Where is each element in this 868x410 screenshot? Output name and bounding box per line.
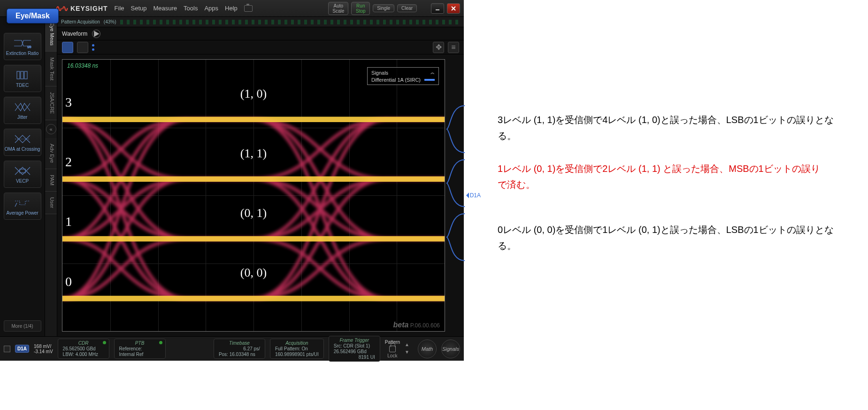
tool-label: Jitter — [17, 115, 28, 120]
waveform-title: Waveform — [62, 31, 87, 37]
d1a-chip[interactable]: D1A — [15, 345, 29, 353]
menu-file[interactable]: File — [115, 5, 124, 12]
tool-oma-crossing[interactable]: OMA at Crossing — [4, 129, 41, 156]
tool-label: Average Power — [6, 210, 38, 216]
menu-hamburger-button[interactable]: ≡ — [448, 42, 459, 53]
tab-mask-test[interactable]: Mask Test — [45, 52, 57, 86]
channel-scale-value: 168 mV/ -3.14 mV — [34, 344, 53, 354]
play-button[interactable] — [92, 30, 100, 38]
annotation-text-3: 0レベル (0, 0)を受信側で1レベル (0, 1)と誤った場合、LSBの1ビ… — [498, 222, 845, 254]
group-line: Internal Ref — [119, 352, 161, 357]
pattern-lock[interactable]: Pattern Lock — [385, 340, 400, 358]
tool-label: OMA at Crossing — [5, 147, 40, 152]
group-line: Reference: — [119, 346, 161, 351]
eye-diagram-plot[interactable]: 16.03348 ns Signals ︽ Differential 1A (S… — [62, 59, 445, 332]
lock-label: Lock — [387, 353, 397, 358]
group-line: 26.562496 GBd — [334, 349, 375, 354]
tab-pam[interactable]: PAM — [45, 169, 57, 192]
up-arrow-button[interactable]: ▲ — [405, 342, 413, 348]
run-stop-button[interactable]: Run Stop — [351, 2, 370, 15]
pattern-pct: (43%) — [104, 19, 116, 24]
auto-scale-button[interactable]: Auto Scale — [328, 2, 348, 15]
svg-rect-8 — [20, 169, 25, 173]
brand-text: KEYSIGHT — [70, 5, 108, 12]
tool-extinction-ratio[interactable]: 1/0 Extinction Ratio — [4, 33, 41, 60]
svg-marker-9 — [94, 31, 99, 37]
tool-label: VECP — [16, 178, 29, 184]
tool-label: Extinction Ratio — [6, 51, 38, 56]
svg-rect-4 — [17, 71, 20, 79]
status-bar: D1A 168 mV/ -3.14 mV CDR 26.562500 GBd L… — [0, 336, 464, 361]
close-button[interactable] — [447, 3, 460, 14]
tool-average-power[interactable]: Average Power — [4, 193, 41, 220]
group-line: 8191 UI — [334, 355, 375, 360]
status-dot-icon — [103, 341, 106, 344]
level-1-label: 1 — [65, 214, 72, 229]
level-3-label: 3 — [65, 95, 72, 110]
menubar: ∿∿ KEYSIGHT File Setup Measure Tools App… — [0, 0, 464, 17]
side-tab-strip: Eye Meas Mask Test JSA/CRE « Adv Eye PAM… — [45, 17, 57, 336]
more-tools-button[interactable]: More (1/4) — [4, 320, 41, 332]
annotation-text-1: 3レベル (1, 1)を受信側で4レベル (1, 0)と誤った場合、LSBの1ビ… — [498, 112, 845, 144]
tool-jitter[interactable]: Jitter — [4, 97, 41, 124]
math-button[interactable]: Math — [418, 340, 437, 358]
single-button[interactable]: Single — [373, 4, 394, 12]
menu-tools[interactable]: Tools — [184, 5, 198, 12]
camera-icon[interactable] — [244, 5, 253, 12]
signals-button[interactable]: Signals — [441, 340, 460, 358]
status-dot-icon — [159, 341, 162, 344]
annotation-text-2: 1レベル (0, 1)を受信側で2レベル (1, 1) と誤った場合、MSBの1… — [498, 161, 826, 193]
brace-icon — [446, 157, 469, 209]
svg-rect-5 — [21, 71, 23, 79]
oscilloscope-app: Eye/Mask ∿∿ KEYSIGHT File Setup Measure … — [0, 0, 464, 361]
display-mode-mono-button[interactable] — [77, 42, 88, 53]
group-title: Frame Trigger — [334, 338, 375, 343]
left-toolbar: 1/0 Extinction Ratio TDEC Jitter OMA at … — [0, 17, 45, 336]
bits-00-label: (0, 0) — [240, 266, 267, 280]
minimize-button[interactable] — [431, 3, 444, 14]
lock-icon — [389, 346, 396, 352]
pattern-label: Pattern Acquisition — [61, 19, 100, 24]
group-line: 26.562500 GBd — [63, 346, 104, 351]
clear-button[interactable]: Clear — [397, 4, 417, 12]
pan-tool-button[interactable]: ✥ — [433, 42, 444, 53]
group-title: PTB — [119, 340, 161, 346]
tab-jsa-cre[interactable]: JSA/CRE — [45, 86, 57, 120]
menu-setup[interactable]: Setup — [131, 5, 147, 12]
options-dots-icon[interactable] — [92, 44, 94, 51]
tool-tdec[interactable]: TDEC — [4, 65, 41, 92]
collapse-panel-button[interactable]: « — [46, 124, 56, 134]
down-arrow-button[interactable]: ▼ — [405, 349, 413, 356]
level-2-label: 2 — [65, 155, 72, 170]
status-ptb[interactable]: PTB Reference: Internal Ref — [114, 339, 166, 359]
plot-area: 16.03348 ns Signals ︽ Differential 1A (S… — [57, 54, 464, 336]
group-title: CDR — [63, 340, 104, 346]
tool-label: TDEC — [16, 83, 29, 88]
group-line: Src: CDR (Slot 1) — [334, 343, 375, 348]
svg-text:1/0: 1/0 — [27, 46, 31, 48]
tool-vecp[interactable]: VECP — [4, 161, 41, 188]
display-mode-color-button[interactable] — [62, 42, 73, 53]
status-timebase[interactable]: Timebase 6.27 ps/ Pos: 16.03348 ns — [214, 339, 265, 359]
eye-mask-button[interactable]: Eye/Mask — [7, 8, 59, 23]
pattern-acquisition-bar: Pattern Acquisition (43%) — [57, 17, 464, 27]
group-line: 6.27 ps/ — [219, 346, 260, 351]
tab-user[interactable]: User — [45, 192, 57, 214]
group-line: Full Pattern: On — [275, 346, 319, 351]
tab-adv-eye[interactable]: Adv Eye — [45, 138, 57, 169]
status-acquisition[interactable]: Acquisition Full Pattern: On 160.9899890… — [270, 339, 324, 359]
bits-11-label: (1, 1) — [240, 147, 267, 161]
brace-icon — [446, 211, 469, 263]
level-0-label: 0 — [65, 274, 72, 289]
status-cdr[interactable]: CDR 26.562500 GBd LBW: 4.000 MHz — [58, 339, 109, 359]
channel-checkbox[interactable] — [4, 346, 10, 352]
waveform-header: Waveform — [57, 27, 464, 40]
bits-10-label: (1, 0) — [240, 87, 267, 101]
group-title: Acquisition — [275, 340, 319, 346]
group-line: 160.98998901 pts/UI — [275, 352, 319, 357]
status-frame-trigger[interactable]: Frame Trigger Src: CDR (Slot 1) 26.56249… — [329, 336, 380, 362]
menu-measure[interactable]: Measure — [154, 5, 177, 12]
menu-help[interactable]: Help — [225, 5, 238, 12]
menu-apps[interactable]: Apps — [204, 5, 218, 12]
group-line: Pos: 16.03348 ns — [219, 352, 260, 357]
